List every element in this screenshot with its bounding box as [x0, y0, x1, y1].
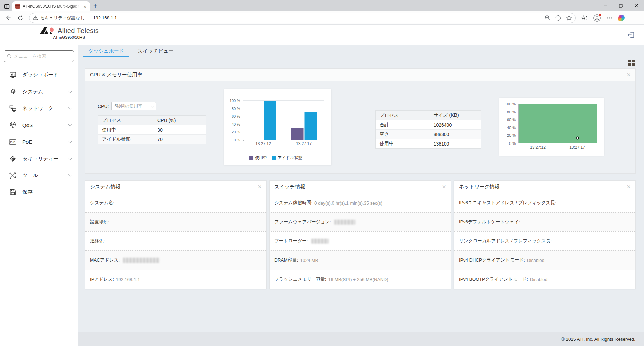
- restore-button[interactable]: [613, 0, 629, 11]
- legend-swatch: [249, 156, 253, 160]
- tab-actions-icon[interactable]: [3, 3, 10, 10]
- copyright-text: © 2025 ATI, Inc. All Rights Reserved.: [561, 337, 635, 342]
- address-bar[interactable]: セキュリティ保護なし 192.168.1.1: [29, 13, 576, 23]
- back-button[interactable]: [3, 13, 13, 23]
- network-icon: [9, 104, 17, 112]
- url-text[interactable]: 192.168.1.1: [93, 15, 545, 20]
- info-label: リンクローカルアドレス / プレフィックス長:: [459, 238, 552, 244]
- panel-header: システム情報×: [85, 181, 266, 193]
- close-window-button[interactable]: [629, 0, 644, 11]
- axis-tick: [284, 140, 284, 141]
- refresh-button[interactable]: [15, 13, 25, 23]
- sidebar-item-label: PoE: [22, 139, 63, 145]
- close-icon[interactable]: ×: [442, 183, 446, 190]
- profile-avatar[interactable]: [593, 14, 601, 22]
- panel-switch-info: スイッチ情報×システム稼働時間:0 day(s),0 hr(s),1 min(s…: [269, 180, 451, 289]
- info-value: 16 MB(SPI) + 256 MB(NAND): [328, 277, 388, 282]
- sidebar-item-tools[interactable]: ツール: [0, 167, 78, 184]
- chevron-down-icon: [68, 89, 72, 93]
- info-label: DRAM容量:: [274, 257, 298, 263]
- bar-アイドル状態: [264, 101, 276, 140]
- favorites-hub-icon[interactable]: [581, 15, 588, 21]
- address-divider: [89, 15, 89, 21]
- y-tick-label: 20 %: [507, 133, 516, 137]
- chevron-down-icon: [150, 104, 154, 107]
- panel-title: スイッチ情報: [274, 184, 442, 190]
- info-row: IPv6ユニキャストアドレス / プレフィックス長:: [454, 193, 635, 212]
- y-tick-label: 40 %: [232, 122, 240, 126]
- panel-header: CPU & メモリー使用率 ×: [85, 69, 635, 81]
- table-row: 空き888300: [376, 129, 481, 139]
- x-axis-labels: 13:27:1213:27:17: [243, 141, 324, 148]
- info-value: Disabled: [530, 277, 548, 282]
- x-axis-labels: 13:27:1213:27:17: [518, 145, 597, 151]
- legend-item: 使用中: [249, 155, 267, 161]
- y-tick-label: 100 %: [230, 99, 240, 103]
- tab-bar: ダッシュボードスイッチビュー: [78, 45, 644, 57]
- sidebar-item-save[interactable]: 保存: [0, 184, 78, 200]
- info-label: IPv6ユニキャストアドレス / プレフィックス長:: [459, 200, 556, 206]
- info-row: フラッシュメモリー容量:16 MB(SPI) + 256 MB(NAND): [270, 270, 451, 289]
- copilot-icon[interactable]: [618, 15, 625, 21]
- y-tick-label: 40 %: [507, 126, 516, 130]
- info-value: Disabled: [527, 258, 545, 263]
- settings-more-icon[interactable]: [606, 15, 612, 21]
- tab-close-icon[interactable]: ×: [82, 4, 87, 9]
- info-label: ファームウェアバージョン:: [274, 219, 331, 225]
- column-header: プロセス: [98, 117, 157, 123]
- sidebar-item-label: ダッシュボード: [22, 72, 72, 78]
- main-area: ダッシュボードスイッチビュー CPU & メモリー使用率 × CPU:: [78, 45, 644, 346]
- sidebar-item-system[interactable]: システム: [0, 83, 78, 100]
- table-row: 使用中30: [98, 125, 206, 134]
- logout-icon[interactable]: [626, 30, 636, 40]
- sidebar-item-dashboard[interactable]: ダッシュボード: [0, 66, 78, 83]
- panel-system-info: システム情報×システム名:設置場所:連絡先:MACアドレス:IPアドレス:192…: [85, 180, 267, 289]
- memory-usage-chart: 0 %20 %40 %60 %80 %100 %13:27:1213:27:17: [499, 98, 604, 156]
- y-tick-label: 100 %: [505, 102, 516, 106]
- info-label: システム稼働時間:: [274, 200, 312, 206]
- browser-tab[interactable]: AT-mGS950/10HS Multi-Gigabit P ×: [12, 1, 90, 11]
- menu-search-input[interactable]: [14, 54, 71, 59]
- info-label: IPアドレス:: [90, 276, 114, 282]
- content-area: CPU & メモリー使用率 × CPU: 5秒間の使用率: [78, 57, 644, 346]
- minimize-button[interactable]: [598, 0, 613, 11]
- axis-tick: [243, 140, 244, 141]
- info-row: DRAM容量:1024 MB: [270, 250, 451, 270]
- widget-grid-icon[interactable]: [628, 60, 635, 66]
- sidebar-item-poe[interactable]: PoEPoE: [0, 133, 78, 150]
- column-header: プロセス: [376, 112, 434, 118]
- info-value: 0 day(s),0 hr(s),1 min(s),35 sec(s): [314, 200, 382, 206]
- favorite-star-icon[interactable]: [566, 15, 572, 21]
- close-icon[interactable]: ×: [627, 183, 631, 190]
- chevron-down-icon: [68, 105, 72, 110]
- info-row: システム稼働時間:0 day(s),0 hr(s),1 min(s),35 se…: [270, 193, 451, 212]
- tab-switchview[interactable]: スイッチビュー: [132, 45, 179, 57]
- new-tab-button[interactable]: +: [93, 3, 97, 9]
- info-value: 1024 MB: [300, 258, 318, 263]
- app-header: Allied Telesis AT-mGS950/10HS: [0, 25, 644, 45]
- column-header: CPU (%): [157, 118, 206, 123]
- security-status[interactable]: セキュリティ保護なし: [33, 15, 85, 21]
- x-tick-label: 13:27:17: [296, 141, 312, 146]
- info-label: 設置場所:: [90, 219, 109, 225]
- close-icon[interactable]: ×: [258, 183, 262, 190]
- gridline: [324, 101, 324, 140]
- zoom-out-icon[interactable]: [545, 15, 550, 21]
- y-tick-label: 80 %: [232, 107, 240, 111]
- split-screen-icon[interactable]: [555, 15, 561, 21]
- sidebar-item-security[interactable]: セキュリティー: [0, 150, 78, 167]
- qos-icon: [9, 121, 17, 129]
- menu-search-box[interactable]: [4, 50, 74, 62]
- cpu-interval-select[interactable]: 5秒間の使用率: [111, 102, 156, 110]
- tab-dashboard[interactable]: ダッシュボード: [83, 45, 129, 57]
- gear-icon: [9, 88, 17, 96]
- notification-dot: [599, 14, 601, 16]
- panel-header: ネットワーク情報×: [454, 181, 635, 193]
- panel-title: システム情報: [90, 184, 258, 190]
- sidebar-item-qos[interactable]: QoS: [0, 117, 78, 133]
- chart-plot: [243, 101, 324, 140]
- close-icon[interactable]: ×: [627, 71, 631, 78]
- info-label: IPv4 BOOTPクライアントモード:: [459, 276, 528, 282]
- sidebar-item-network[interactable]: ネットワーク: [0, 100, 78, 117]
- panel-network-info: ネットワーク情報×IPv6ユニキャストアドレス / プレフィックス長:IPv6デ…: [454, 180, 636, 289]
